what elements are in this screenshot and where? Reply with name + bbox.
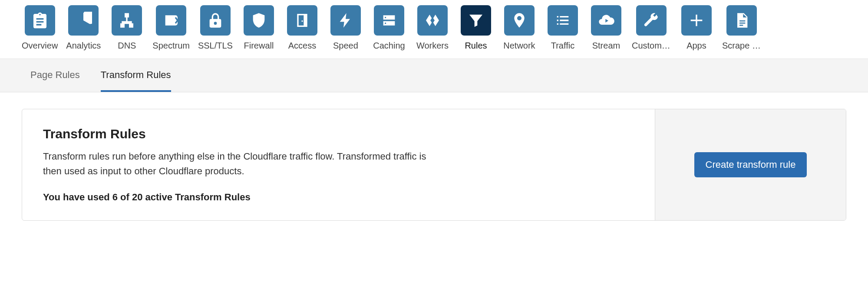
- card-main: Transform Rules Transform rules run befo…: [22, 109, 655, 220]
- nav-item-caching[interactable]: Caching: [371, 5, 407, 51]
- pie-icon: [68, 5, 99, 36]
- nav-label: Overview: [22, 41, 58, 51]
- nav-label: Scrape S…: [722, 41, 761, 51]
- nav-item-spectrum[interactable]: Spectrum: [152, 5, 190, 51]
- nav-item-workers[interactable]: Workers: [415, 5, 450, 51]
- file-icon: [726, 5, 757, 36]
- nav-item-ssltls[interactable]: SSL/TLS: [198, 5, 233, 51]
- nav-item-speed[interactable]: Speed: [328, 5, 363, 51]
- pin-icon: [504, 5, 535, 36]
- nav-label: Firewall: [244, 41, 274, 51]
- card-description: Transform rules run before anything else…: [43, 149, 434, 179]
- nav-label: Speed: [333, 41, 358, 51]
- plus-icon: [681, 5, 712, 36]
- nav-item-rules[interactable]: Rules: [458, 5, 494, 51]
- lock-icon: [200, 5, 231, 36]
- door-icon: [287, 5, 317, 36]
- nav-item-access[interactable]: Access: [284, 5, 320, 51]
- spectrum-icon: [156, 5, 186, 36]
- wrench-icon: [636, 5, 667, 36]
- tab-page-rules[interactable]: Page Rules: [30, 59, 80, 92]
- funnel-icon: [461, 5, 491, 36]
- nav-item-dns[interactable]: DNS: [109, 5, 145, 51]
- nav-label: Access: [288, 41, 316, 51]
- nav-item-stream[interactable]: Stream: [588, 5, 624, 51]
- nav-label: Apps: [686, 41, 706, 51]
- workers-icon: [417, 5, 448, 36]
- nav-item-customp[interactable]: Custom P…: [632, 5, 671, 51]
- transform-rules-card: Transform Rules Transform rules run befo…: [22, 109, 846, 221]
- create-transform-rule-button[interactable]: Create transform rule: [694, 152, 807, 177]
- clipboard-icon: [25, 5, 55, 36]
- nav-label: Stream: [592, 41, 620, 51]
- nav-item-firewall[interactable]: Firewall: [241, 5, 277, 51]
- drive-icon: [374, 5, 404, 36]
- nav-label: Network: [503, 41, 535, 51]
- nav-label: SSL/TLS: [198, 41, 233, 51]
- nav-label: Custom P…: [632, 41, 671, 51]
- sitemap-icon: [112, 5, 142, 36]
- nav-item-traffic[interactable]: Traffic: [545, 5, 581, 51]
- nav-item-overview[interactable]: Overview: [22, 5, 58, 51]
- tab-transform-rules[interactable]: Transform Rules: [101, 59, 171, 92]
- content-area: Transform Rules Transform rules run befo…: [0, 92, 868, 237]
- bolt-icon: [330, 5, 361, 36]
- nav-label: Rules: [465, 41, 487, 51]
- nav-item-scrapes[interactable]: Scrape S…: [722, 5, 761, 51]
- card-title: Transform Rules: [43, 127, 634, 141]
- nav-item-apps[interactable]: Apps: [679, 5, 714, 51]
- nav-label: Caching: [373, 41, 405, 51]
- nav-label: Spectrum: [152, 41, 190, 51]
- card-sidebar: Create transform rule: [655, 109, 846, 220]
- list-icon: [548, 5, 578, 36]
- nav-label: Workers: [416, 41, 449, 51]
- nav-item-network[interactable]: Network: [502, 5, 537, 51]
- usage-text: You have used 6 of 20 active Transform R…: [43, 192, 634, 203]
- top-nav: OverviewAnalyticsDNSSpectrumSSL/TLSFirew…: [0, 0, 868, 59]
- shield-icon: [244, 5, 274, 36]
- nav-label: Traffic: [551, 41, 574, 51]
- nav-label: DNS: [118, 41, 136, 51]
- cloud-play-icon: [591, 5, 621, 36]
- nav-item-analytics[interactable]: Analytics: [66, 5, 101, 51]
- subnav: Page RulesTransform Rules: [0, 59, 868, 92]
- nav-label: Analytics: [66, 41, 101, 51]
